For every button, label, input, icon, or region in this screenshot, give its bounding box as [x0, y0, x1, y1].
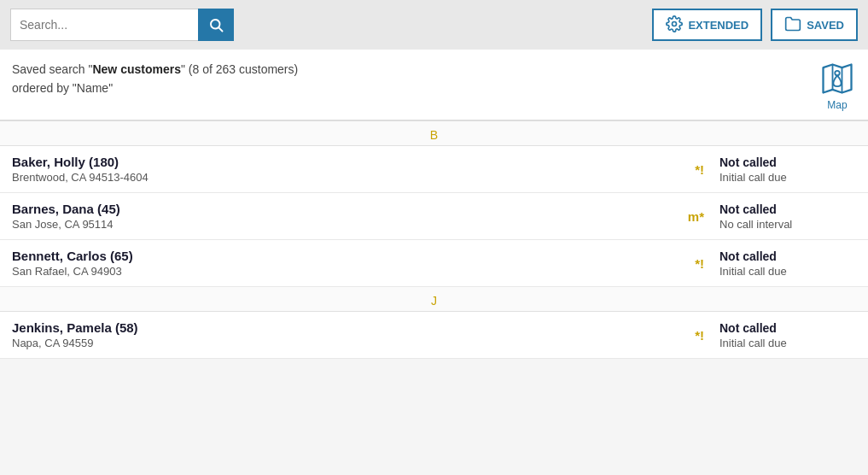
customer-row[interactable]: Baker, Holly (180)Brentwood, CA 94513-46… [0, 146, 868, 193]
customer-name: Jenkins, Pamela (58) [12, 320, 679, 335]
section-letter: J [0, 287, 868, 312]
customer-name: Baker, Holly (180) [12, 155, 679, 169]
customer-info: Jenkins, Pamela (58)Napa, CA 94559 [12, 320, 679, 349]
saved-label: SAVED [807, 19, 844, 32]
gear-icon [666, 15, 683, 35]
saved-button[interactable]: SAVED [771, 9, 858, 41]
info-text: Saved search "New customers" (8 of 263 c… [12, 60, 298, 98]
customer-row[interactable]: Barnes, Dana (45)San Jose, CA 95114m*Not… [0, 193, 868, 240]
map-button[interactable]: Map [818, 60, 856, 111]
customer-status: Not calledInitial call due [719, 321, 856, 349]
svg-point-2 [673, 21, 677, 26]
customer-address: Brentwood, CA 94513-4604 [12, 171, 679, 184]
customer-badge: m* [679, 209, 704, 224]
info-line2: ordered by "Name" [12, 79, 298, 97]
header: EXTENDED SAVED [0, 0, 868, 50]
status-sub: Initial call due [719, 265, 856, 278]
customer-row[interactable]: Bennett, Carlos (65)San Rafael, CA 94903… [0, 240, 868, 287]
customer-info: Barnes, Dana (45)San Jose, CA 95114 [12, 202, 679, 231]
search-wrapper [10, 9, 234, 41]
info-suffix: " (8 of 263 customers) [181, 62, 298, 76]
status-sub: No call interval [719, 218, 856, 231]
info-line1: Saved search "New customers" (8 of 263 c… [12, 60, 298, 79]
customer-badge: *! [679, 328, 704, 343]
customer-status: Not calledInitial call due [719, 155, 856, 184]
status-sub: Initial call due [719, 337, 856, 349]
search-icon [208, 17, 224, 32]
customer-status: Not calledNo call interval [719, 202, 856, 231]
info-prefix: Saved search " [12, 62, 92, 76]
customer-badge: *! [679, 256, 704, 271]
status-main: Not called [719, 202, 856, 216]
customer-info: Baker, Holly (180)Brentwood, CA 94513-46… [12, 155, 679, 184]
customer-list: BBaker, Holly (180)Brentwood, CA 94513-4… [0, 121, 868, 359]
svg-line-1 [218, 27, 222, 31]
customer-name: Bennett, Carlos (65) [12, 249, 679, 263]
customer-info: Bennett, Carlos (65)San Rafael, CA 94903 [12, 249, 679, 278]
customer-address: Napa, CA 94559 [12, 337, 679, 349]
folder-icon [784, 15, 801, 35]
svg-marker-3 [824, 65, 852, 93]
extended-button[interactable]: EXTENDED [652, 9, 762, 41]
search-input[interactable] [10, 9, 198, 41]
map-label: Map [827, 99, 847, 111]
customer-row[interactable]: Jenkins, Pamela (58)Napa, CA 94559*!Not … [0, 312, 868, 359]
search-name: New customers [92, 62, 180, 76]
map-icon [818, 60, 856, 97]
status-sub: Initial call due [719, 171, 856, 184]
info-bar: Saved search "New customers" (8 of 263 c… [0, 50, 868, 121]
search-button[interactable] [198, 9, 234, 41]
extended-label: EXTENDED [688, 19, 749, 32]
customer-address: San Jose, CA 95114 [12, 218, 679, 231]
status-main: Not called [719, 155, 856, 169]
customer-address: San Rafael, CA 94903 [12, 265, 679, 278]
status-main: Not called [719, 249, 856, 263]
status-main: Not called [719, 321, 856, 335]
customer-badge: *! [679, 162, 704, 177]
customer-name: Barnes, Dana (45) [12, 202, 679, 216]
customer-status: Not calledInitial call due [719, 249, 856, 278]
section-letter: B [0, 121, 868, 146]
